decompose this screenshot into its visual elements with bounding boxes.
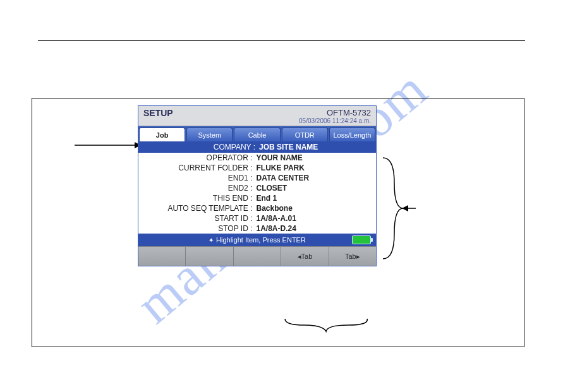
soft-button-1[interactable]	[138, 247, 186, 266]
current-folder-row[interactable]: CURRENT FOLDER : FLUKE PARK	[138, 163, 376, 173]
operator-row[interactable]: OPERATOR : YOUR NAME	[138, 153, 376, 163]
tab-otdr[interactable]: OTDR	[282, 128, 328, 141]
soft-button-tab-next[interactable]: Tab▸	[329, 247, 376, 266]
device-datetime: 05/03/2006 11:24:24 a.m.	[299, 117, 371, 124]
company-label: COMPANY :	[142, 143, 255, 151]
soft-button-bar: ◂Tab Tab▸	[138, 246, 376, 266]
soft-button-3[interactable]	[234, 247, 281, 266]
highlight-icon: ✦	[209, 237, 214, 244]
tab-system[interactable]: System	[186, 128, 233, 141]
hint-bar: ✦ Highlight Item, Press ENTER	[138, 234, 376, 246]
auto-seq-template-row[interactable]: AUTO SEQ TEMPLATE : Backbone	[138, 203, 376, 213]
stop-id-row[interactable]: STOP ID : 1A/8A-D.24	[138, 223, 376, 234]
device-model: OFTM-5732	[299, 108, 371, 117]
this-end-row[interactable]: THIS END : End 1	[138, 193, 376, 203]
tab-cable[interactable]: Cable	[234, 128, 280, 141]
company-value: JOB SITE NAME	[259, 143, 373, 151]
hint-text: Highlight Item, Press ENTER	[216, 236, 306, 244]
end2-row[interactable]: END2 : CLOSET	[138, 183, 376, 193]
tab-loss-length[interactable]: Loss/Length	[329, 128, 375, 141]
battery-icon	[352, 235, 371, 244]
tab-bar: Job System Cable OTDR Loss/Length	[138, 126, 376, 141]
start-id-row[interactable]: START ID : 1A/8A-A.01	[138, 213, 376, 223]
screen-title: SETUP	[143, 108, 173, 118]
soft-button-tab-prev[interactable]: ◂Tab	[281, 247, 329, 266]
device-header: SETUP OFTM-5732 05/03/2006 11:24:24 a.m.	[138, 106, 376, 126]
content-area: COMPANY : JOB SITE NAME OPERATOR : YOUR …	[138, 141, 376, 234]
tab-job[interactable]: Job	[139, 128, 185, 141]
soft-button-2[interactable]	[186, 247, 233, 266]
end1-row[interactable]: END1 : DATA CENTER	[138, 173, 376, 183]
selected-field-row[interactable]: COMPANY : JOB SITE NAME	[138, 141, 376, 153]
device-screen: SETUP OFTM-5732 05/03/2006 11:24:24 a.m.…	[138, 105, 377, 266]
